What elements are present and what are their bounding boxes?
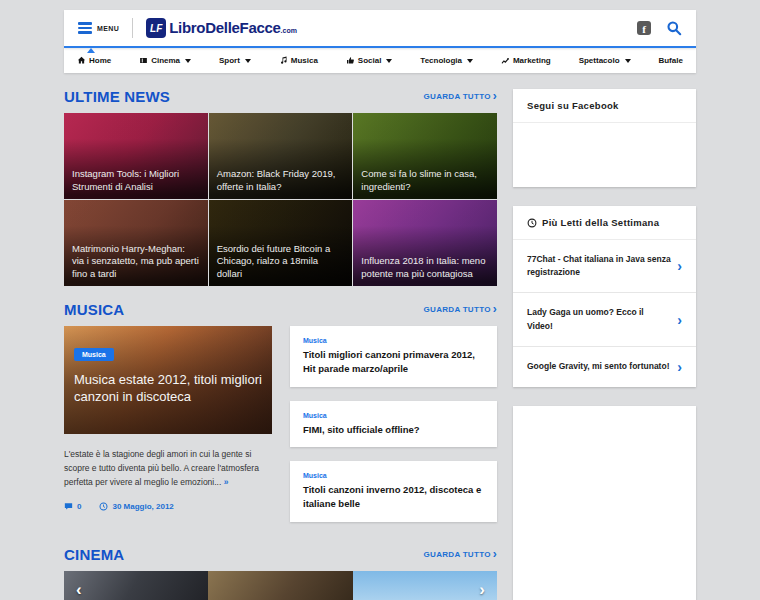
widget-title-text: Segui su Facebook — [527, 100, 619, 111]
cinema-carousel: ‹ › — [64, 571, 497, 600]
news-card[interactable]: Influenza 2018 in Italia: meno potente m… — [353, 200, 497, 286]
clock-icon — [99, 502, 108, 511]
chevron-right-icon: › — [493, 92, 497, 102]
news-card[interactable]: Amazon: Black Friday 2019, offerte in It… — [209, 113, 353, 199]
caret-down-icon — [185, 59, 191, 63]
musica-list-item[interactable]: Musica Titoli canzoni inverno 2012, disc… — [290, 461, 497, 522]
empty-widget — [513, 406, 696, 600]
see-all-musica-link[interactable]: GUARDA TUTTO › — [424, 305, 497, 315]
menu-label: MENU — [97, 25, 119, 32]
nav-label: Spettacolo — [579, 56, 620, 65]
date-text: 30 Maggio, 2012 — [112, 502, 173, 511]
carousel-slide[interactable] — [208, 571, 352, 600]
nav-label: Marketing — [513, 56, 551, 65]
header-divider — [132, 18, 133, 38]
search-icon[interactable] — [666, 20, 682, 36]
news-card-title: Amazon: Black Friday 2019, offerte in It… — [217, 168, 345, 193]
chevron-right-icon: › — [493, 305, 497, 315]
publish-date: 30 Maggio, 2012 — [99, 502, 173, 511]
facebook-widget-body — [513, 123, 696, 187]
item-category[interactable]: Musica — [303, 337, 484, 344]
nav-item-cinema[interactable]: Cinema — [139, 56, 191, 65]
nav-item-social[interactable]: Social — [346, 56, 393, 65]
main-nav: Home Cinema Sport Musica Social Tecnolog… — [64, 48, 696, 73]
nav-label: Sport — [219, 56, 240, 65]
nav-item-tecnologia[interactable]: Tecnologia — [420, 56, 473, 65]
top-week-item[interactable]: 77Chat - Chat italiana in Java senza reg… — [513, 240, 696, 292]
news-card-title: Matrimonio Harry-Meghan: via i senzatett… — [72, 243, 200, 280]
chart-line-icon — [501, 56, 510, 65]
logo-name: LibroDelleFacce — [169, 19, 280, 36]
caret-down-icon — [245, 59, 251, 63]
comments-link[interactable]: 0 — [64, 502, 81, 511]
nav-item-spettacolo[interactable]: Spettacolo — [579, 56, 631, 65]
menu-active-indicator — [87, 48, 95, 53]
news-card[interactable]: Matrimonio Harry-Meghan: via i senzatett… — [64, 200, 208, 286]
nav-label: Bufale — [658, 56, 682, 65]
nav-item-musica[interactable]: Musica — [279, 56, 318, 65]
top-week-item[interactable]: Lady Gaga un uomo? Ecco il Video! › — [513, 292, 696, 345]
chevron-right-icon: › — [677, 259, 682, 273]
news-card-title: Come si fa lo slime in casa, ingredienti… — [361, 168, 489, 193]
nav-item-marketing[interactable]: Marketing — [501, 56, 551, 65]
musica-list-item[interactable]: Musica Titoli migliori canzoni primavera… — [290, 326, 497, 387]
top-week-item[interactable]: Google Gravity, mi sento fortunato! › — [513, 346, 696, 387]
news-card[interactable]: Instagram Tools: i Migliori Strumenti di… — [64, 113, 208, 199]
nav-item-sport[interactable]: Sport — [219, 56, 251, 65]
nav-label: Cinema — [151, 56, 180, 65]
excerpt-text: L'estate è la stagione degli amori in cu… — [64, 449, 259, 487]
chevron-right-icon: › — [493, 550, 497, 560]
nav-item-home[interactable]: Home — [77, 56, 111, 65]
film-icon — [139, 56, 148, 65]
nav-label: Tecnologia — [420, 56, 462, 65]
chevron-right-icon: › — [677, 360, 682, 374]
widget-title-facebook: Segui su Facebook — [513, 89, 696, 123]
thumb-up-icon — [346, 56, 355, 65]
carousel-prev-button[interactable]: ‹ — [76, 581, 82, 598]
caret-down-icon — [625, 59, 631, 63]
see-all-cinema-link[interactable]: GUARDA TUTTO › — [424, 550, 497, 560]
nav-label: Social — [358, 56, 382, 65]
top-week-widget: Più Letti della Settimana 77Chat - Chat … — [513, 206, 696, 387]
category-badge[interactable]: Musica — [74, 348, 114, 361]
carousel-slide[interactable] — [64, 571, 208, 600]
nav-item-bufale[interactable]: Bufale — [658, 56, 682, 65]
logo-tld: .com — [281, 27, 297, 34]
see-all-label: GUARDA TUTTO — [424, 550, 491, 559]
empty-widget-body — [513, 406, 696, 600]
featured-image[interactable]: Musica Musica estate 2012, titoli miglio… — [64, 326, 272, 434]
item-text: 77Chat - Chat italiana in Java senza reg… — [527, 253, 677, 279]
musica-list-item[interactable]: Musica FIMI, sito ufficiale offline? — [290, 401, 497, 448]
menu-button[interactable]: MENU — [78, 20, 119, 36]
musica-header: MUSICA GUARDA TUTTO › — [64, 301, 497, 318]
carousel-slide[interactable] — [353, 571, 497, 600]
section-title-musica: MUSICA — [64, 301, 124, 318]
ultime-news-header: ULTIME NEWS GUARDA TUTTO › — [64, 88, 497, 105]
logo-icon: LF — [146, 18, 166, 38]
featured-meta: 0 30 Maggio, 2012 — [64, 502, 272, 511]
widget-title-text: Più Letti della Settimana — [542, 217, 659, 228]
carousel-next-button[interactable]: › — [479, 581, 485, 598]
news-card-title: Influenza 2018 in Italia: meno potente m… — [361, 255, 489, 280]
comment-icon — [64, 502, 73, 511]
see-all-news-link[interactable]: GUARDA TUTTO › — [424, 92, 497, 102]
home-icon — [77, 56, 86, 65]
item-title: Titoli migliori canzoni primavera 2012, … — [303, 348, 484, 376]
item-text: Google Gravity, mi sento fortunato! — [527, 360, 675, 373]
item-category[interactable]: Musica — [303, 412, 484, 419]
news-card[interactable]: Come si fa lo slime in casa, ingredienti… — [353, 113, 497, 199]
section-title-cinema: CINEMA — [64, 546, 124, 563]
caret-down-icon — [467, 59, 473, 63]
news-grid: Instagram Tools: i Migliori Strumenti di… — [64, 113, 497, 286]
facebook-icon[interactable]: f — [637, 21, 651, 35]
news-card[interactable]: Esordio dei future Bitcoin a Chicago, ri… — [209, 200, 353, 286]
item-category[interactable]: Musica — [303, 472, 484, 479]
read-more-link[interactable]: » — [224, 477, 229, 487]
featured-article[interactable]: Musica Musica estate 2012, titoli miglio… — [64, 326, 272, 522]
top-header: MENU LF LibroDelleFacce.com f — [64, 10, 696, 48]
site-logo[interactable]: LF LibroDelleFacce.com — [146, 18, 297, 38]
musica-list: Musica Titoli migliori canzoni primavera… — [290, 326, 497, 522]
featured-title[interactable]: Musica estate 2012, titoli migliori canz… — [74, 372, 264, 406]
hamburger-icon — [78, 20, 92, 36]
news-card-title: Instagram Tools: i Migliori Strumenti di… — [72, 168, 200, 193]
